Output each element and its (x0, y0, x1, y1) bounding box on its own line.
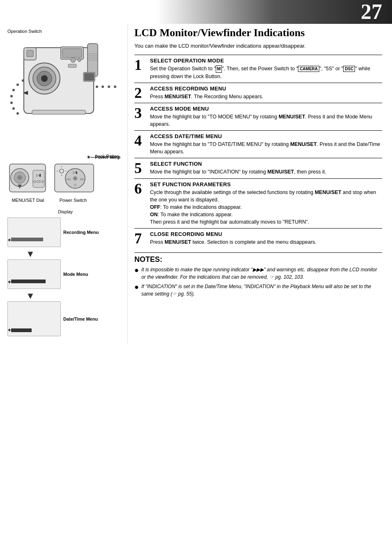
svg-text:▷▷: ▷▷ (80, 178, 85, 180)
step-7: 7 CLOSE RECORDING MENU Press MENU/SET tw… (134, 228, 382, 248)
menu-set-label: MENU/SET Dial (7, 198, 48, 203)
step-4-title: ACCESS DATE/TIME MENU (150, 133, 382, 139)
power-switch-label: Power Switch (53, 198, 94, 203)
svg-point-13 (16, 83, 19, 86)
datetime-menu-label: Date/Time Menu (63, 317, 104, 321)
svg-point-30 (78, 58, 81, 62)
step-4: 4 ACCESS DATE/TIME MENU Move the highlig… (134, 130, 382, 158)
svg-point-15 (10, 95, 13, 97)
step-2-content: ACCESS RECORDING MENU Press MENU/SET. Th… (150, 86, 382, 100)
svg-point-18 (16, 112, 19, 115)
step-3-content: ACCESS MODE MENU Move the highlight bar … (150, 106, 382, 128)
menu-set-dial-diagram: ▷▮ ◁◁ ▷▷ (7, 162, 48, 196)
svg-point-29 (71, 58, 76, 62)
step-2-body: Press MENU/SET. The Recording Menu appea… (150, 93, 382, 100)
mode-menu-box: ✦ (7, 259, 61, 289)
power-lamp-label: ☀—Power lamp (87, 155, 120, 159)
step-1: 1 SELECT OPERATION MODE Set the Operatio… (134, 55, 382, 83)
svg-point-17 (12, 107, 15, 110)
step-3-body: Move the highlight bar to "TO MODE MENU"… (150, 113, 382, 128)
left-column: Operation Switch (0, 24, 127, 344)
step-7-content: CLOSE RECORDING MENU Press MENU/SET twic… (150, 231, 382, 246)
step-1-title: SELECT OPERATION MODE (150, 58, 382, 64)
step-1-body: Set the Operation Switch to "M". Then, s… (150, 65, 382, 80)
svg-point-22 (114, 86, 116, 88)
mode-badge-m: M (216, 65, 222, 73)
step-3-title: ACCESS MODE MENU (150, 106, 382, 112)
op-switch-label: Operation Switch (7, 29, 123, 34)
step-7-number: 7 (134, 231, 147, 246)
page-title: LCD Monitor/Viewfinder Indications (134, 27, 382, 39)
note-bullet-2: ● (134, 283, 139, 298)
step-2: 2 ACCESS RECORDING MENU Press MENU/SET. … (134, 83, 382, 103)
svg-point-14 (12, 89, 15, 91)
datetime-menu-box: ✦ (7, 301, 61, 336)
svg-point-47 (73, 176, 77, 180)
svg-text:◁◁ ▷▷: ◁◁ ▷▷ (32, 179, 45, 183)
camera-badge: CAMERA (298, 66, 319, 72)
display-title: Display (7, 209, 123, 214)
recording-menu-label: Recording Menu (63, 230, 104, 235)
page-number: 27 (361, 1, 392, 23)
step-6-number: 6 (134, 181, 147, 226)
bottom-devices-row: ▷▮ ◁◁ ▷▷ ▷▮ (7, 162, 123, 196)
step-5-number: 5 (134, 161, 147, 176)
step-1-number: 1 (134, 58, 147, 80)
intro-text: You can make the LCD monitor/Viewfinder … (134, 42, 382, 50)
step-4-number: 4 (134, 133, 147, 155)
step-1-content: SELECT OPERATION MODE Set the Operation … (150, 58, 382, 80)
note-text-2: If "INDICATION" is set in the Date/Time … (141, 283, 382, 298)
svg-rect-6 (62, 49, 82, 58)
step-6-content: SET FUNCTION PARAMETERS Cycle through th… (150, 181, 382, 226)
device-labels: MENU/SET Dial Power Switch (7, 198, 123, 203)
recording-menu-diagram: ✦ Recording Menu (7, 217, 123, 247)
step-3-number: 3 (134, 106, 147, 128)
camera-diagram (7, 35, 118, 150)
right-column: LCD Monitor/Viewfinder Indications You c… (127, 24, 392, 344)
step-5-content: SELECT FUNCTION Move the highlight bar t… (150, 161, 382, 176)
svg-rect-31 (68, 64, 76, 67)
svg-rect-9 (27, 50, 33, 57)
menu-set-svg: ▷▮ ◁◁ ▷▷ (7, 162, 48, 195)
mode-menu-diagram: ✦ Mode Menu (7, 259, 123, 289)
step-3: 3 ACCESS MODE MENU Move the highlight ba… (134, 103, 382, 130)
step-2-title: ACCESS RECORDING MENU (150, 86, 382, 92)
step-6: 6 SET FUNCTION PARAMETERS Cycle through … (134, 178, 382, 229)
svg-point-12 (22, 79, 24, 82)
svg-point-4 (41, 75, 48, 82)
step-2-number: 2 (134, 86, 147, 100)
svg-point-35 (17, 175, 22, 180)
svg-text:▷▮: ▷▮ (73, 171, 77, 174)
recording-menu-box: ✦ (7, 217, 61, 247)
display-section: Display ✦ Recording Menu ▼ ✦ (7, 209, 123, 336)
step-4-content: ACCESS DATE/TIME MENU Move the highlight… (150, 133, 382, 155)
svg-point-16 (10, 102, 13, 104)
camera-svg (7, 35, 118, 150)
step-5: 5 SELECT FUNCTION Move the highlight bar… (134, 158, 382, 178)
svg-text:▷▮: ▷▮ (36, 173, 41, 177)
step-6-body: Cycle through the available settings of … (150, 189, 382, 226)
svg-text:◇: ◇ (74, 183, 77, 187)
svg-point-21 (108, 86, 110, 88)
step-5-body: Move the highlight bar to "INDICATION" b… (150, 168, 382, 176)
step-7-title: CLOSE RECORDING MENU (150, 231, 382, 237)
step-4-body: Move the highlight bar to "TO DATE/TIME … (150, 141, 382, 155)
arrow-down-2: ▼ (26, 291, 123, 300)
svg-rect-11 (84, 73, 94, 81)
svg-point-20 (101, 86, 104, 88)
dsc-badge: DSC (343, 66, 355, 72)
svg-text:◁◁: ◁◁ (66, 178, 71, 180)
note-bullet-1: ● (134, 266, 139, 281)
mode-menu-label: Mode Menu (63, 272, 104, 277)
svg-rect-28 (32, 110, 85, 114)
notes-title: NOTES: (134, 255, 382, 264)
power-switch-diagram: ▷▮ ◁◁ ▷▷ ◇ ☀—Power lamp (53, 162, 98, 196)
svg-point-19 (96, 86, 98, 88)
step-5-title: SELECT FUNCTION (150, 161, 382, 167)
arrow-down-1: ▼ (26, 250, 123, 259)
power-switch-svg: ▷▮ ◁◁ ▷▷ ◇ (53, 162, 98, 195)
step-7-body: Press MENU/SET twice. Selection is compl… (150, 238, 382, 246)
note-item-1: ● It is impossible to make the tape runn… (134, 266, 382, 281)
datetime-menu-diagram: ✦ Date/Time Menu (7, 301, 123, 336)
note-text-1: It is impossible to make the tape runnin… (141, 266, 382, 281)
